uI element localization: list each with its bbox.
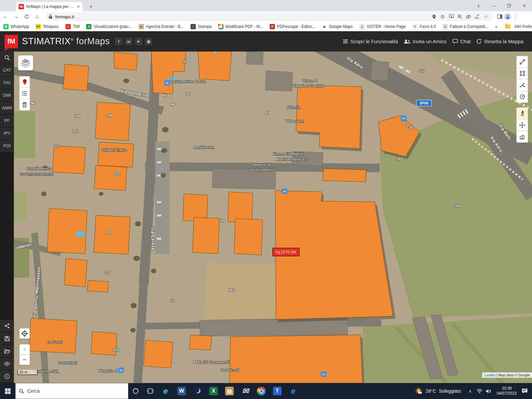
internet-explorer-icon[interactable]: e [158,383,174,399]
sidebar-info-button[interactable] [0,370,14,382]
sidebar-item-omi[interactable]: OMI [0,89,14,101]
word-icon[interactable]: W [174,383,190,399]
formaps-logo[interactable]: fM [5,35,18,48]
side-panel-icon[interactable] [495,13,504,20]
forward-button[interactable]: → [11,12,21,21]
browser-tab[interactable]: fM forMaps | La mappa per navigar ✕ [16,2,82,11]
start-button[interactable] [0,383,15,399]
youtube-icon[interactable]: ▶ [135,38,142,45]
wifi-icon[interactable] [475,383,484,399]
home-button[interactable]: ⌂ [32,12,43,21]
teams-icon[interactable]: T [269,383,285,399]
bookmark-item[interactable]: aFatture e Corrispetti... [443,24,488,29]
layers-button[interactable] [18,55,33,70]
measure-line-button[interactable] [516,56,528,68]
measure-area-button[interactable] [516,68,528,79]
bookmark-item[interactable]: ≡TIM [66,24,80,29]
zoom-icon[interactable] [456,13,464,20]
sidebar-item-amm[interactable]: AMM [0,102,14,114]
svg-text:SPXII: SPXII [420,101,429,105]
zoom-out-button[interactable]: − [19,355,30,365]
tab-search-icon[interactable]: ∨ [471,0,486,11]
file-explorer-icon[interactable]: ▤ [221,383,237,399]
dark-app-icon[interactable] [190,383,205,399]
eye-off-icon[interactable] [464,13,473,20]
weather-widget[interactable]: 28°C Soleggiato [415,387,461,395]
eraser-button[interactable] [516,131,528,143]
measure-circle-button[interactable] [516,91,528,103]
sidebar-item-ipv[interactable]: IPV [0,127,14,139]
menu-chat[interactable]: Chat [453,39,471,44]
bookmark-item[interactable]: ◔Stampa [191,24,211,29]
bookmarks-overflow-icon[interactable]: » [495,24,498,29]
map-canvas[interactable]: ✉ ✉ ✉ ✉ ✉ SPXII Fg 22 Pt 194 Via Don E [14,52,532,383]
install-icon[interactable] [447,13,456,20]
pan-button[interactable] [516,119,528,131]
address-bar[interactable]: formaps.it G ☆ [45,12,493,21]
sidebar-save-button[interactable] [0,332,14,344]
bookmark-item[interactable]: PPDFescape - Editor... [270,24,315,29]
menu-discover-features[interactable]: Scopri le Funzionalità [343,39,398,44]
google-icon[interactable]: G [438,13,447,20]
bookmark-item[interactable]: AVisualizzatore gratu... [86,24,132,29]
sidebar-visibility-button[interactable] [0,358,14,370]
list-icon [22,91,27,96]
bookmark-favicon: ✆ [3,24,9,29]
cortana-button[interactable] [128,383,143,399]
sidebar-share-button[interactable] [0,320,14,332]
back-button[interactable]: ← [0,12,11,21]
window-restore-button[interactable] [501,0,517,11]
locate-button[interactable] [19,328,30,339]
bookmark-item[interactable]: PTTelepass [36,24,59,29]
zoom-in-button[interactable]: + [19,344,30,355]
bookmark-item[interactable]: ✆WhatsApp [3,24,29,29]
taskbar-clock[interactable]: 20:39 04/07/2023 [497,386,517,396]
new-tab-button[interactable]: + [87,3,95,11]
share-icon[interactable] [473,13,481,20]
taskbar-search-box[interactable]: Cerca [15,383,128,399]
edge-icon[interactable]: e [285,383,301,399]
mail-icon[interactable]: ✉ [237,383,253,399]
pegman-button[interactable] [516,107,528,119]
window-close-button[interactable]: ✕ [517,0,532,11]
profile-avatar[interactable] [504,13,511,20]
tab-close-icon[interactable]: ✕ [77,5,80,9]
action-center-icon[interactable] [520,383,529,399]
volume-icon[interactable] [484,383,493,399]
sidebar-search-button[interactable] [0,52,14,64]
sidebar-item-pf[interactable]: PF [0,115,14,127]
measure-angle-button[interactable] [516,79,528,91]
excel-icon[interactable]: X [205,383,221,399]
sidebar-item-tav[interactable]: TAV [0,77,14,89]
measure-line-icon [519,59,525,65]
bookmark-item[interactable]: aSISTER - Home Page [359,24,406,29]
menu-reset-map[interactable]: Resetta la Mappa [476,39,523,44]
reload-button[interactable] [21,12,32,21]
sidebar-item-cat[interactable]: CAT [0,64,14,76]
other-bookmarks-folder[interactable]: Altri Preferiti [505,24,532,29]
globe-icon[interactable]: ⊕ [145,38,152,45]
trash-icon [22,102,27,107]
facebook-icon[interactable]: f [115,38,122,45]
location-icon[interactable] [430,13,438,20]
task-view-button[interactable] [143,383,158,399]
place-label: Chiodini Enrico [101,148,127,152]
bookmark-item[interactable]: ◉Google Maps [322,24,352,29]
bookmark-item[interactable]: ▦Modificare PDF - M... [218,24,263,29]
selected-parcel-label[interactable]: Fg 22 Pt 194 [273,248,299,256]
menu-invite-friend[interactable]: Invita un Amico [404,39,447,44]
window-minimize-button[interactable]: — [486,0,501,11]
sidebar-item-poi[interactable]: POI [0,140,14,152]
browser-menu-icon[interactable]: ⋮ [511,13,520,20]
marker-tool-button[interactable] [19,76,30,88]
bookmark-item[interactable]: FFassi 4.0 [412,24,436,29]
list-tool-button[interactable] [19,88,30,99]
bookmark-item[interactable]: aAgenzia Entrate - B... [139,24,184,29]
chrome-icon[interactable] [253,383,269,399]
bookmark-star-icon[interactable]: ☆ [481,13,490,20]
tray-expand-icon[interactable]: ∧ [466,383,475,399]
linkedin-icon[interactable]: in [125,38,132,45]
leaflet-link[interactable]: Leaflet [484,373,495,377]
sidebar-open-button[interactable] [0,345,14,357]
delete-tool-button[interactable] [19,99,30,110]
